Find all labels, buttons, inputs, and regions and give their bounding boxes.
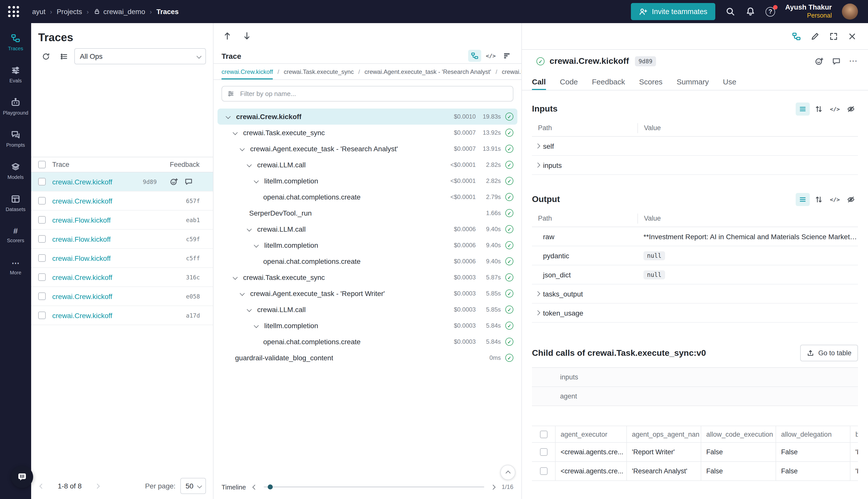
row-options-button[interactable] bbox=[56, 49, 71, 64]
breadcrumb-page[interactable]: Traces bbox=[157, 8, 179, 15]
trace-row[interactable]: crewai.Crew.kickoff 657f bbox=[31, 192, 213, 210]
call-tree-row[interactable]: crewai.Agent.execute_task - 'Research An… bbox=[218, 141, 517, 157]
column-header[interactable]: agent_ops_agent_nan bbox=[627, 426, 701, 442]
output-row[interactable]: tasks_output bbox=[532, 284, 858, 304]
tree-view-icon[interactable] bbox=[468, 50, 481, 62]
sidebar-item-more[interactable]: ⋯ More bbox=[0, 251, 31, 283]
add-reaction-icon[interactable] bbox=[170, 178, 178, 186]
fullscreen-icon[interactable] bbox=[829, 32, 838, 41]
select-all-checkbox[interactable] bbox=[38, 161, 46, 168]
list-view-icon[interactable] bbox=[796, 193, 810, 206]
trace-name-link[interactable]: crewai.Crew.kickoff bbox=[52, 292, 112, 300]
refresh-button[interactable] bbox=[38, 49, 53, 64]
child-call-row[interactable]: <crewai.agents.cre... 'Report Writer' Fa… bbox=[532, 443, 858, 462]
more-menu-icon[interactable]: ⋯ bbox=[849, 59, 858, 64]
flame-graph-icon[interactable] bbox=[500, 50, 513, 62]
trace-name-link[interactable]: crewai.Crew.kickoff bbox=[52, 178, 112, 186]
expand-chevron-icon[interactable] bbox=[253, 324, 264, 327]
input-row[interactable]: inputs bbox=[532, 156, 858, 175]
column-header[interactable]: allow_code_execution bbox=[701, 426, 776, 442]
tab-summary[interactable]: Summary bbox=[677, 73, 709, 90]
expand-chevron-icon[interactable] bbox=[246, 308, 257, 311]
help-icon[interactable]: ? bbox=[766, 7, 775, 16]
next-page-icon[interactable] bbox=[96, 484, 99, 488]
close-icon[interactable] bbox=[847, 32, 857, 41]
output-row[interactable]: token_usage bbox=[532, 304, 858, 322]
wandb-logo[interactable] bbox=[8, 6, 19, 17]
trace-name-link[interactable]: crewai.Flow.kickoff bbox=[52, 254, 111, 262]
timeline-next-icon[interactable] bbox=[491, 485, 495, 489]
sidebar-item-playground[interactable]: Playground bbox=[0, 90, 31, 123]
call-tree-row[interactable]: crewai.Crew.kickoff $0.0010 19.83s ✓ bbox=[218, 109, 517, 125]
next-trace-icon[interactable] bbox=[242, 31, 252, 40]
sidebar-item-prompts[interactable]: Prompts bbox=[0, 123, 31, 155]
column-header[interactable]: b bbox=[850, 426, 858, 442]
trace-name-link[interactable]: crewai.Crew.kickoff bbox=[52, 311, 112, 319]
edit-pencil-icon[interactable] bbox=[810, 32, 820, 41]
sidebar-item-scorers[interactable]: # Scorers bbox=[0, 219, 31, 251]
call-tree-row[interactable]: openai.chat.completions.create <$0.0001 … bbox=[218, 189, 517, 205]
row-checkbox[interactable] bbox=[38, 292, 46, 300]
breadcrumb-project[interactable]: crewai_demo bbox=[93, 8, 145, 15]
list-view-icon[interactable] bbox=[796, 102, 810, 115]
hide-values-eye-icon[interactable] bbox=[844, 102, 858, 115]
expand-rows-icon[interactable] bbox=[812, 102, 826, 115]
expand-chevron-icon[interactable] bbox=[232, 276, 243, 279]
row-checkbox[interactable] bbox=[38, 312, 46, 319]
timeline-prev-icon[interactable] bbox=[253, 485, 257, 489]
child-call-row[interactable]: <crewai.agents.cre... 'Research Analyst'… bbox=[532, 462, 858, 481]
previous-trace-icon[interactable] bbox=[223, 31, 232, 40]
path-crumb[interactable]: crewai.Task.execute_sync bbox=[284, 64, 354, 80]
sidebar-item-models[interactable]: Models bbox=[0, 155, 31, 187]
op-filter-select[interactable]: All Ops bbox=[74, 48, 206, 64]
trace-row[interactable]: crewai.Flow.kickoff eab1 bbox=[31, 210, 213, 230]
row-checkbox[interactable] bbox=[540, 467, 547, 475]
comment-icon[interactable] bbox=[184, 178, 193, 186]
expand-chevron-icon[interactable] bbox=[239, 292, 250, 295]
sidebar-item-datasets[interactable]: Datasets bbox=[0, 187, 31, 219]
row-checkbox[interactable] bbox=[38, 216, 46, 223]
call-tree-row[interactable]: openai.chat.completions.create $0.0003 5… bbox=[218, 334, 517, 350]
trace-row[interactable]: crewai.Flow.kickoff c59f bbox=[31, 230, 213, 249]
trace-row[interactable]: crewai.Crew.kickoff 9d89 bbox=[31, 172, 213, 192]
column-header-feedback[interactable]: Feedback bbox=[170, 161, 213, 168]
filter-input[interactable] bbox=[239, 89, 508, 98]
call-tree-row[interactable]: crewai.Task.execute_sync $0.0003 5.87s ✓ bbox=[218, 269, 517, 285]
call-tree-row[interactable]: litellm.completion <$0.0001 2.82s ✓ bbox=[218, 173, 517, 189]
column-header[interactable]: allow_delegation bbox=[776, 426, 850, 442]
expand-chevron-icon[interactable] bbox=[532, 311, 543, 315]
call-tree-row[interactable]: crewai.Task.execute_sync $0.0007 13.92s … bbox=[218, 125, 517, 141]
column-header-trace[interactable]: Trace bbox=[52, 161, 170, 168]
expand-chevron-icon[interactable] bbox=[253, 179, 264, 183]
expand-chevron-icon[interactable] bbox=[246, 163, 257, 167]
breadcrumb-projects[interactable]: Projects bbox=[57, 8, 82, 15]
invite-teammates-button[interactable]: Invite teammates bbox=[631, 3, 715, 20]
tab-feedback[interactable]: Feedback bbox=[592, 73, 625, 90]
select-all-checkbox[interactable] bbox=[540, 430, 547, 438]
path-crumb[interactable]: crewai.LLM.cal bbox=[502, 64, 521, 80]
expand-chevron-icon[interactable] bbox=[232, 131, 243, 134]
row-checkbox[interactable] bbox=[540, 448, 547, 456]
call-id-badge[interactable]: 9d89 bbox=[635, 56, 656, 66]
timeline-knob[interactable] bbox=[268, 484, 273, 489]
code-view-icon[interactable]: </> bbox=[828, 102, 842, 115]
row-checkbox[interactable] bbox=[38, 235, 46, 243]
expand-chevron-icon[interactable] bbox=[532, 163, 543, 167]
row-checkbox[interactable] bbox=[38, 178, 46, 185]
chat-launcher[interactable] bbox=[11, 466, 33, 488]
code-view-icon[interactable]: </> bbox=[828, 193, 842, 206]
trace-name-link[interactable]: crewai.Crew.kickoff bbox=[52, 273, 112, 281]
trace-row[interactable]: crewai.Crew.kickoff a17d bbox=[31, 306, 213, 325]
avatar[interactable] bbox=[842, 3, 858, 20]
row-checkbox[interactable] bbox=[38, 197, 46, 205]
notifications-bell-icon[interactable] bbox=[745, 7, 756, 16]
call-tree-row[interactable]: litellm.completion $0.0006 9.40s ✓ bbox=[218, 237, 517, 253]
row-checkbox[interactable] bbox=[38, 273, 46, 281]
input-row[interactable]: self bbox=[532, 137, 858, 156]
output-row[interactable]: json_dict null bbox=[532, 265, 858, 284]
breadcrumb-org[interactable]: ayut bbox=[32, 8, 46, 15]
expand-chevron-icon[interactable] bbox=[532, 144, 543, 148]
tab-code[interactable]: Code bbox=[560, 73, 578, 90]
per-page-select[interactable]: 50 bbox=[181, 478, 206, 494]
column-header[interactable]: agent_executor bbox=[555, 426, 627, 442]
